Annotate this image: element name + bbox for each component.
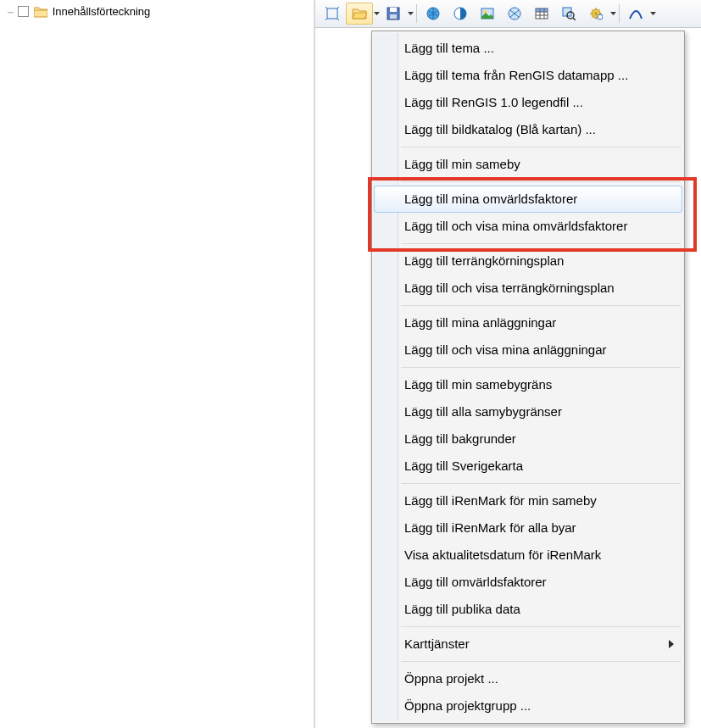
save-dropdown[interactable] (407, 3, 414, 24)
menu-add-show-anlagg[interactable]: Lägg till och visa mina anläggningar (374, 336, 682, 364)
menu-add-legend[interactable]: Lägg till RenGIS 1.0 legendfil ... (374, 89, 682, 116)
svg-rect-3 (390, 14, 397, 19)
magnify-button[interactable] (555, 3, 582, 25)
curve-tool-dropdown[interactable] (649, 3, 656, 24)
menu-separator (401, 367, 681, 368)
menu-add-show-omvarld[interactable]: Lägg till och visa mina omvärldsfaktorer (374, 213, 682, 240)
globe-button[interactable] (420, 3, 447, 25)
menu-add-omvarld[interactable]: Lägg till mina omvärldsfaktorer (374, 186, 682, 213)
open-folder-menu: Lägg till tema ... Lägg till tema från R… (371, 31, 685, 724)
toolbar-separator (416, 4, 417, 23)
zoom-full-button[interactable] (319, 3, 346, 25)
svg-point-7 (483, 10, 487, 14)
tree-root-label: Innehållsförteckning (53, 5, 151, 18)
svg-point-15 (598, 14, 603, 19)
settings-dropdown[interactable] (609, 3, 616, 24)
settings-gear-button[interactable] (582, 3, 609, 25)
menu-irenmark-datum[interactable]: Visa aktualitetsdatum för iRenMark (374, 542, 682, 569)
submenu-arrow-icon (669, 636, 674, 653)
menu-karttjanster[interactable]: Karttjänster (374, 631, 682, 658)
menu-separator (401, 483, 681, 484)
menu-separator (401, 243, 681, 244)
svg-rect-10 (536, 8, 548, 12)
menu-open-project-group[interactable]: Öppna projektgrupp ... (374, 692, 682, 720)
menu-separator (401, 661, 681, 662)
menu-add-anlagg[interactable]: Lägg till mina anläggningar (374, 309, 682, 336)
menu-add-terrang[interactable]: Lägg till terrängkörningsplan (374, 247, 682, 275)
menu-add-bakgrunder[interactable]: Lägg till bakgrunder (374, 425, 682, 453)
curve-tool-button[interactable] (622, 3, 649, 25)
menu-add-theme-datamap[interactable]: Lägg till tema från RenGIS datamapp ... (374, 62, 682, 89)
menu-add-sverigekarta[interactable]: Lägg till Sverigekarta (374, 453, 682, 480)
menu-add-sameby[interactable]: Lägg till min sameby (374, 151, 682, 178)
menu-add-samebygrans[interactable]: Lägg till min samebygräns (374, 371, 682, 398)
tree-connector: ····· (7, 6, 13, 18)
menu-separator (401, 147, 681, 147)
menu-add-omvarldsfaktorer[interactable]: Lägg till omvärldsfaktorer (374, 569, 682, 596)
tree-panel: ····· Innehållsförteckning (0, 0, 315, 728)
menu-add-show-terrang[interactable]: Lägg till och visa terrängkörningsplan (374, 275, 682, 302)
toolbar-separator (619, 4, 620, 23)
svg-point-14 (595, 13, 598, 15)
menu-add-publika[interactable]: Lägg till publika data (374, 596, 682, 623)
map-layers-button[interactable] (501, 3, 528, 25)
menu-separator (401, 305, 681, 306)
menu-separator (401, 181, 681, 182)
tree-root-row[interactable]: ····· Innehållsförteckning (0, 5, 314, 18)
save-button[interactable] (380, 3, 407, 25)
picture-button[interactable] (474, 3, 501, 25)
open-folder-button[interactable] (346, 3, 373, 25)
menu-separator (401, 626, 681, 627)
open-folder-dropdown[interactable] (373, 3, 380, 24)
contrast-button[interactable] (447, 3, 474, 25)
svg-rect-0 (327, 8, 337, 19)
folder-icon (34, 6, 47, 18)
menu-irenmark-alla[interactable]: Lägg till iRenMark för alla byar (374, 514, 682, 542)
toolbar (315, 0, 701, 28)
table-button[interactable] (528, 3, 555, 25)
menu-add-catalog[interactable]: Lägg till bildkatalog (Blå kartan) ... (374, 116, 682, 143)
tree-root-checkbox[interactable] (18, 6, 29, 17)
menu-add-theme[interactable]: Lägg till tema ... (374, 35, 682, 62)
menu-open-project[interactable]: Öppna projekt ... (374, 665, 682, 692)
menu-add-alla-samybygranser[interactable]: Lägg till alla samybygränser (374, 398, 682, 425)
menu-irenmark-min[interactable]: Lägg till iRenMark för min sameby (374, 487, 682, 514)
svg-rect-2 (390, 8, 397, 12)
